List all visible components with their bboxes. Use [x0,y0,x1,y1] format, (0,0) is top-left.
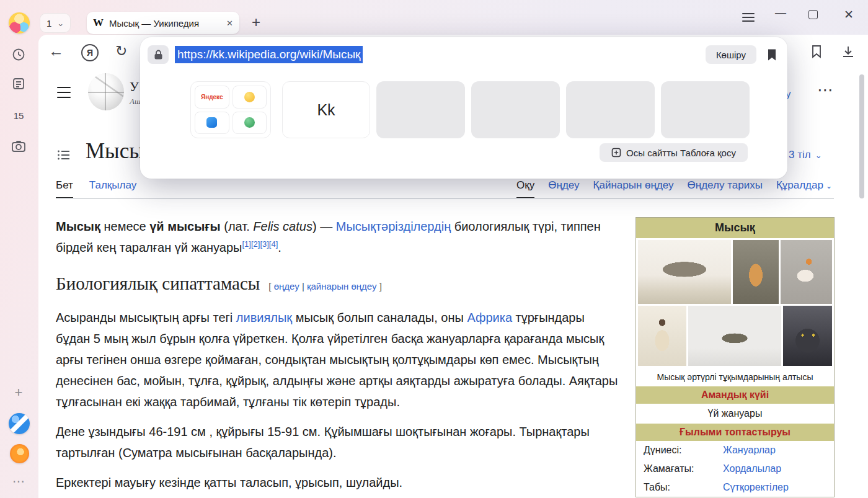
article-body: Мысық немесе үй мысығы (лат. Felis catus… [56,216,621,498]
maximize-button[interactable] [808,10,818,19]
chevron-down-icon: ⌄ [57,19,64,27]
tab-page[interactable]: Бет [56,179,73,198]
class-link[interactable]: Сүтқоректілер [723,482,789,493]
mail-mini-icon [244,92,255,102]
cat-photo-2[interactable] [733,240,779,304]
rail-add-icon[interactable]: + [10,385,27,401]
felidae-link[interactable]: Мысықтәрізділердің [336,220,451,233]
tab-edit[interactable]: Өңдеу [548,179,579,198]
tab-count-badge[interactable]: 15 [10,110,27,121]
libyan-cat-link[interactable]: ливиялық [236,311,292,324]
body-paragraph-3: Еркектері мауығу кезінде қатты таласып, … [56,472,621,493]
edit-source-link[interactable]: қайнарын өңдеу [307,281,377,291]
edit-link[interactable]: өңдеу [274,281,299,291]
infobox-caption: Мысық әртүрлі тұқымдарының алтысы [636,368,834,386]
cat-photo-3[interactable] [781,240,832,304]
back-icon[interactable]: ← [48,42,64,60]
tab-read[interactable]: Оқу [516,179,534,198]
add-to-tablo-label: Осы сайтты Таблоға қосу [626,148,736,158]
ref-link-4[interactable]: [4] [269,239,278,249]
ref-link-2[interactable]: [2] [251,239,260,249]
intro-paragraph: Мысық немесе үй мысығы (лат. Felis catus… [56,216,621,258]
wiki-more-icon[interactable]: ⋯ [817,81,834,100]
ref-link-3[interactable]: [3] [260,239,268,249]
chevron-down-icon: ⌄ [826,182,832,190]
tab-talk[interactable]: Талқылау [89,179,136,198]
body-text: тұрғындары бұдан 5 мың жыл бұрын қолға ү… [56,311,618,409]
tab-tools-label: Құралдар [776,179,823,191]
section-heading-text: Биологиялық сипаттамасы [56,273,260,293]
tab-close-icon[interactable]: ✕ [226,19,233,28]
intro-text: ( [221,220,228,233]
bracket: ] [379,281,382,291]
yandex-mini-tile: Яндекс [201,94,223,100]
add-to-tablo-button[interactable]: Осы сайтты Таблоға қосу [600,143,748,162]
body-paragraph-1: Асыранды мысықтың арғы тегі ливиялық мыс… [56,307,621,412]
intro-text: немесе [100,220,149,233]
url-input[interactable]: https://kk.wikipedia.org/wiki/Мысық [175,46,363,63]
tablo-tile-current-site[interactable]: Kk [282,81,370,138]
new-tab-button[interactable]: + [247,14,265,31]
lock-icon[interactable] [148,45,169,64]
reload-icon[interactable]: ↻ [115,43,127,60]
yandex-letter: Я [87,48,93,58]
cat-photo-5[interactable] [688,306,781,366]
yandex-services-icon[interactable] [10,444,29,463]
cat-photo-4[interactable] [638,306,686,366]
tablo-tile-empty-2[interactable] [471,81,560,138]
intro-bold-term2: үй мысығы [149,220,220,233]
tablo-tile-yandex-group[interactable]: Яндекс [190,81,271,138]
bookmark-icon[interactable] [766,48,777,61]
rail-more-icon[interactable]: ⋯ [10,474,27,489]
tab-title: Мысық — Уикипедия [109,18,221,29]
browser-tab[interactable]: W Мысық — Уикипедия ✕ [87,12,239,34]
taxonomy-row: Жамағаты: Хордалылар [636,460,834,478]
ref-link-1[interactable]: [1] [242,239,250,249]
tab-tools[interactable]: Құралдар⌄ [776,179,832,198]
site-initials: Kk [317,101,335,119]
services-mini-icon [244,117,255,128]
yandex-browser-logo[interactable] [9,413,30,434]
tablo-tile-empty-4[interactable] [661,81,750,138]
page-tabs-right: Оқу Өңдеу Қайнарын өңдеу Өңделу тарихы Қ… [516,179,832,198]
latin-abbr: лат. [228,220,250,233]
history-icon[interactable] [10,46,27,63]
cat-photo-6[interactable] [783,306,832,366]
tablo-tile-empty-3[interactable] [566,81,655,138]
yandex-search-icon[interactable]: Я [81,44,99,61]
body-text: мысық болып саналады, оны [292,311,467,324]
wiki-menu-icon[interactable] [57,87,71,98]
tablo-tile-empty-1[interactable] [376,81,465,138]
intro-text: . [278,241,281,254]
language-count: 3 тіл [789,149,811,161]
omnibox-dropdown-panel: https://kk.wikipedia.org/wiki/Мысық Көші… [140,37,787,179]
profile-avatar[interactable] [9,12,30,33]
taxonomy-row: Табы: Сүтқоректілер [636,478,834,497]
download-icon[interactable] [841,44,856,59]
contents-list-icon[interactable] [57,149,71,161]
copy-url-button[interactable]: Көшіру [706,45,756,64]
cat-photo-1[interactable] [638,240,731,304]
latin-name: Felis catus [250,220,312,233]
browser-menu-icon[interactable] [742,10,755,25]
tab-history[interactable]: Өңделу тарихы [688,179,763,198]
page-scrollbar[interactable] [859,74,864,198]
africa-link[interactable]: Африка [467,311,512,324]
status-value: Үй жануары [636,404,834,424]
infobox-image-grid-row1 [636,238,834,304]
phylum-link[interactable]: Хордалылар [723,463,781,474]
kingdom-link[interactable]: Жануарлар [723,445,776,456]
tab-counter[interactable]: 1 ⌄ [40,13,71,33]
minimize-button[interactable]: — [775,6,786,19]
language-selector[interactable]: 3 тіл ⌄ [789,149,822,161]
section-edit-links: [ өңдеу | қайнарын өңдеу ] [268,281,382,291]
screenshot-icon[interactable] [10,138,27,155]
section-heading: Биологиялық сипаттамасы[ өңдеу | қайнары… [56,273,621,297]
reading-list-icon[interactable] [10,75,27,92]
wikipedia-favicon-icon: W [93,17,104,29]
window-close-button[interactable]: ✕ [844,7,854,22]
tab-edit-source[interactable]: Қайнарын өңдеу [593,179,674,198]
wikipedia-logo[interactable] [88,73,124,110]
add-square-icon [611,148,621,158]
collections-flag-icon[interactable] [810,44,823,59]
